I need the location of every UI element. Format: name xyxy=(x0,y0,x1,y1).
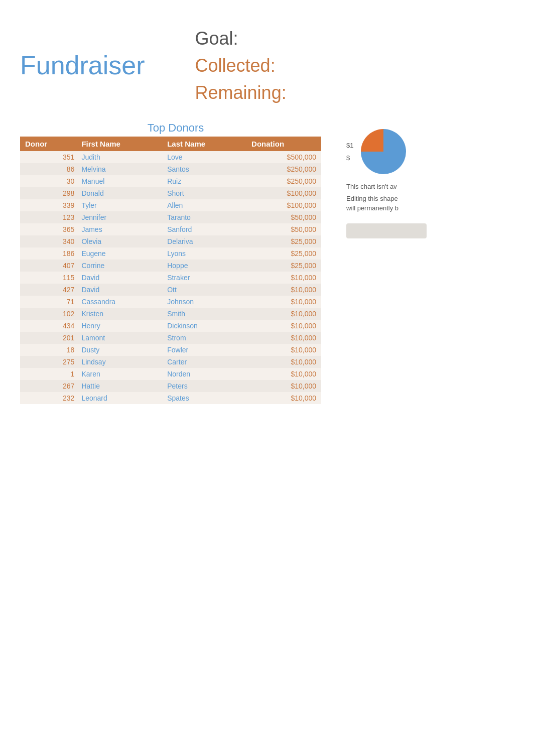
last-name-cell: Carter xyxy=(162,356,246,368)
first-name-cell: Judith xyxy=(76,151,162,163)
table-row: 427DavidOtt$10,000 xyxy=(20,284,321,296)
donation-cell: $25,000 xyxy=(246,235,321,247)
donor-num-cell: 30 xyxy=(20,175,76,187)
first-name-cell: Melvina xyxy=(76,163,162,175)
goal-section: Goal: Collected: Remaining: xyxy=(195,25,287,106)
edit-notice-line1: Editing this shape xyxy=(346,195,398,202)
donation-cell: $10,000 xyxy=(246,344,321,356)
pie-chart xyxy=(358,127,409,177)
last-name-cell: Smith xyxy=(162,308,246,320)
donor-num-cell: 275 xyxy=(20,356,76,368)
chart-label-1: $1 xyxy=(346,142,353,149)
donation-cell: $10,000 xyxy=(246,356,321,368)
donor-num-cell: 201 xyxy=(20,332,76,344)
col-first-name: First Name xyxy=(76,137,162,151)
col-last-name: Last Name xyxy=(162,137,246,151)
last-name-cell: Sanford xyxy=(162,223,246,235)
last-name-cell: Ruiz xyxy=(162,175,246,187)
first-name-cell: Manuel xyxy=(76,175,162,187)
table-row: 186EugeneLyons$25,000 xyxy=(20,247,321,260)
first-name-cell: Hattie xyxy=(76,380,162,392)
donors-table: Donor First Name Last Name Donation 351J… xyxy=(20,137,321,404)
remaining-label: Remaining: xyxy=(195,79,287,106)
first-name-cell: Tyler xyxy=(76,199,162,211)
donation-cell: $10,000 xyxy=(246,332,321,344)
right-section: $1 $ This chart isn't av Editing this sh… xyxy=(346,121,513,238)
first-name-cell: Leonard xyxy=(76,392,162,404)
last-name-cell: Lyons xyxy=(162,247,246,260)
first-name-cell: Cassandra xyxy=(76,296,162,308)
col-donation: Donation xyxy=(246,137,321,151)
donor-num-cell: 434 xyxy=(20,320,76,332)
table-row: 365JamesSanford$50,000 xyxy=(20,223,321,235)
edit-notice-line2: will permanently b xyxy=(346,204,398,212)
donation-cell: $250,000 xyxy=(246,163,321,175)
last-name-cell: Spates xyxy=(162,392,246,404)
table-row: 115DavidStraker$10,000 xyxy=(20,272,321,284)
last-name-cell: Johnson xyxy=(162,296,246,308)
placeholder-button[interactable] xyxy=(346,223,427,238)
last-name-cell: Delariva xyxy=(162,235,246,247)
table-section: Top Donors Donor First Name Last Name Do… xyxy=(20,121,331,404)
donor-num-cell: 123 xyxy=(20,211,76,223)
donation-cell: $10,000 xyxy=(246,308,321,320)
donor-num-cell: 102 xyxy=(20,308,76,320)
first-name-cell: Henry xyxy=(76,320,162,332)
donation-cell: $50,000 xyxy=(246,211,321,223)
donation-cell: $25,000 xyxy=(246,260,321,272)
last-name-cell: Dickinson xyxy=(162,320,246,332)
donor-num-cell: 339 xyxy=(20,199,76,211)
donor-num-cell: 71 xyxy=(20,296,76,308)
last-name-cell: Love xyxy=(162,151,246,163)
last-name-cell: Taranto xyxy=(162,211,246,223)
table-row: 30ManuelRuiz$250,000 xyxy=(20,175,321,187)
first-name-cell: James xyxy=(76,223,162,235)
first-name-cell: Lindsay xyxy=(76,356,162,368)
collected-label: Collected: xyxy=(195,52,287,79)
table-row: 71CassandraJohnson$10,000 xyxy=(20,296,321,308)
last-name-cell: Allen xyxy=(162,199,246,211)
first-name-cell: Jennifer xyxy=(76,211,162,223)
last-name-cell: Straker xyxy=(162,272,246,284)
donation-cell: $10,000 xyxy=(246,368,321,380)
donation-cell: $500,000 xyxy=(246,151,321,163)
fundraiser-title: Fundraiser xyxy=(20,50,145,80)
donation-cell: $10,000 xyxy=(246,392,321,404)
table-title: Top Donors xyxy=(20,121,331,135)
table-row: 18DustyFowler$10,000 xyxy=(20,344,321,356)
table-row: 1KarenNorden$10,000 xyxy=(20,368,321,380)
donor-num-cell: 365 xyxy=(20,223,76,235)
donor-num-cell: 18 xyxy=(20,344,76,356)
first-name-cell: Lamont xyxy=(76,332,162,344)
chart-label-2: $ xyxy=(346,154,353,162)
last-name-cell: Ott xyxy=(162,284,246,296)
chart-area: $1 $ xyxy=(346,127,409,177)
chart-notice-1: This chart isn't av xyxy=(346,182,397,192)
donation-cell: $25,000 xyxy=(246,247,321,260)
table-header-row: Donor First Name Last Name Donation xyxy=(20,137,321,151)
last-name-cell: Norden xyxy=(162,368,246,380)
donation-cell: $10,000 xyxy=(246,320,321,332)
donor-num-cell: 267 xyxy=(20,380,76,392)
donor-num-cell: 232 xyxy=(20,392,76,404)
table-row: 86MelvinaSantos$250,000 xyxy=(20,163,321,175)
last-name-cell: Hoppe xyxy=(162,260,246,272)
pie-chart-svg xyxy=(358,127,409,177)
last-name-cell: Fowler xyxy=(162,344,246,356)
table-row: 201LamontStrom$10,000 xyxy=(20,332,321,344)
first-name-cell: Kristen xyxy=(76,308,162,320)
first-name-cell: Corrine xyxy=(76,260,162,272)
first-name-cell: Eugene xyxy=(76,247,162,260)
table-row: 407CorrineHoppe$25,000 xyxy=(20,260,321,272)
donation-cell: $10,000 xyxy=(246,380,321,392)
table-row: 123JenniferTaranto$50,000 xyxy=(20,211,321,223)
first-name-cell: David xyxy=(76,272,162,284)
last-name-cell: Short xyxy=(162,187,246,199)
donation-cell: $10,000 xyxy=(246,296,321,308)
table-row: 340OleviaDelariva$25,000 xyxy=(20,235,321,247)
table-row: 298DonaldShort$100,000 xyxy=(20,187,321,199)
donor-num-cell: 298 xyxy=(20,187,76,199)
first-name-cell: Karen xyxy=(76,368,162,380)
donation-cell: $50,000 xyxy=(246,223,321,235)
donor-num-cell: 1 xyxy=(20,368,76,380)
